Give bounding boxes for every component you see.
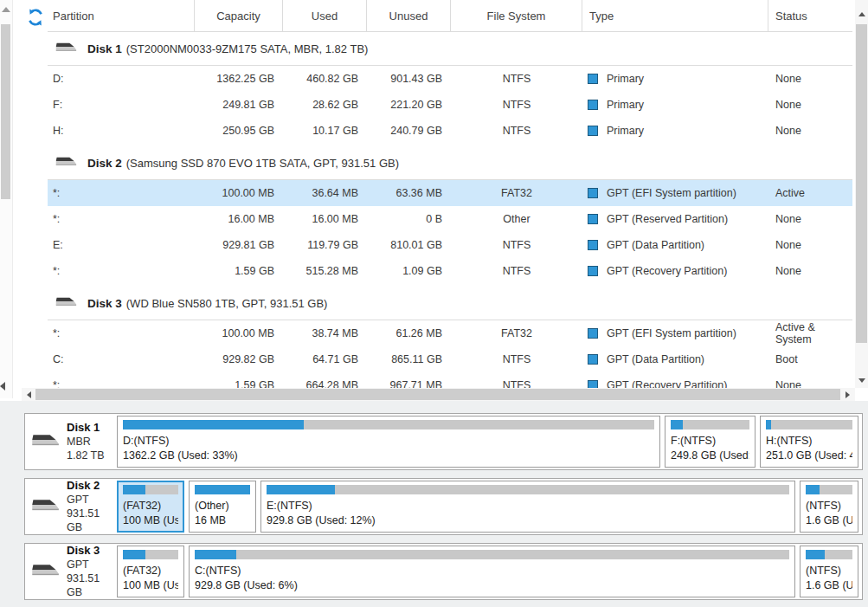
scroll-up-icon[interactable] [2, 7, 10, 12]
partition-block-info: 100 MB (Us [123, 578, 178, 593]
usage-bar-fill [123, 550, 145, 559]
table-vertical-scrollbar[interactable] [855, 0, 868, 388]
disk-map-partition-block[interactable]: (FAT32)100 MB (Us [117, 546, 184, 597]
disk-details: (Samsung SSD 870 EVO 1TB SATA, GPT, 931.… [126, 157, 399, 170]
left-scrollbar-thumb[interactable] [1, 24, 10, 199]
partition-status: None [768, 265, 852, 277]
disk-map-partitions: (FAT32)100 MB (Us(Other)16 MBE:(NTFS)929… [117, 481, 858, 533]
partition-row[interactable]: F:249.81 GB28.62 GB221.20 GBNTFSPrimaryN… [48, 92, 852, 118]
partition-type-icon [588, 126, 598, 136]
column-header-type[interactable]: Type [582, 0, 768, 31]
partition-row[interactable]: *:100.00 MB36.64 MB63.36 MBFAT32GPT (EFI… [48, 180, 852, 206]
usage-bar [123, 485, 178, 494]
partition-row[interactable]: *:100.00 MB38.74 MB61.26 MBFAT32GPT (EFI… [48, 320, 852, 346]
partition-unused: 63.36 MB [367, 187, 451, 199]
partition-used: 460.82 GB [283, 73, 367, 85]
usage-bar [195, 485, 250, 494]
partition-filesystem: FAT32 [451, 327, 582, 339]
partition-unused: 901.43 GB [367, 73, 451, 85]
partition-status: None [768, 239, 852, 251]
partition-letter: *: [48, 213, 195, 225]
scroll-left-icon[interactable] [27, 391, 31, 398]
partition-type-label: GPT (Data Partition) [607, 239, 704, 251]
disk-map-partition-block[interactable]: (NTFS)1.6 GB (Use [800, 546, 858, 597]
refresh-icon [26, 15, 45, 29]
partition-capacity: 16.00 MB [195, 213, 283, 225]
disk-map-partition-block[interactable]: F:(NTFS)249.8 GB (Used: 1 [665, 416, 755, 468]
partition-block-label: C:(NTFS) [195, 564, 789, 578]
partition-used: 38.74 MB [283, 327, 367, 339]
usage-bar-fill [671, 420, 683, 429]
usage-bar-fill [806, 485, 820, 494]
disk-map-size: 931.51 GB [67, 507, 117, 534]
partition-block-label: (NTFS) [806, 564, 852, 578]
horizontal-scrollbar-thumb[interactable] [35, 389, 840, 400]
column-header-partition[interactable]: Partition [48, 0, 195, 31]
partition-type-label: GPT (Recovery Partition) [607, 265, 727, 277]
disk-group-header: Disk 2(Samsung SSD 870 EVO 1TB SATA, GPT… [48, 146, 852, 180]
usage-bar [806, 485, 852, 494]
partition-type-icon [588, 214, 598, 224]
scroll-up-icon[interactable] [858, 12, 865, 16]
partition-block-info: 1.6 GB (Use [806, 513, 852, 528]
partition-letter: *: [48, 327, 195, 339]
disk-map-partition-block[interactable]: (FAT32)100 MB (Us [117, 481, 184, 533]
usage-bar [267, 485, 789, 494]
partition-used: 515.28 MB [283, 265, 367, 277]
disk-map-partitions: (FAT32)100 MB (UsC:(NTFS)929.8 GB (Used:… [117, 546, 858, 597]
partition-filesystem: NTFS [451, 239, 582, 251]
partition-type-label: GPT (EFI System partition) [607, 327, 736, 339]
vertical-scrollbar-thumb[interactable] [856, 24, 867, 343]
partition-type: GPT (Data Partition) [582, 353, 768, 365]
partition-type: Primary [582, 99, 768, 111]
partition-row[interactable]: *:16.00 MB16.00 MB0 BOtherGPT (Reserved … [48, 206, 852, 232]
partition-type-icon [588, 328, 598, 339]
column-header-capacity[interactable]: Capacity [195, 0, 283, 31]
partition-filesystem: FAT32 [451, 187, 582, 199]
refresh-button[interactable] [26, 8, 45, 27]
partition-unused: 0 B [367, 213, 451, 225]
disk-map-partition-block[interactable]: C:(NTFS)929.8 GB (Used: 6%) [189, 546, 795, 597]
disk-map-partition-block[interactable]: (Other)16 MB [189, 481, 256, 533]
partition-row[interactable]: C:929.82 GB64.71 GB865.11 GBNTFSGPT (Dat… [48, 346, 852, 372]
partition-letter: *: [48, 187, 195, 199]
column-header-unused[interactable]: Unused [367, 0, 451, 31]
disk-name: Disk 2 [87, 157, 122, 170]
disk-map-label-text: Disk 1MBR1.82 TB [67, 421, 105, 462]
disk-map-panel: Disk 2GPT931.51 GB(FAT32)100 MB (Us(Othe… [24, 478, 863, 535]
partition-filesystem: Other [451, 213, 582, 225]
partition-used: 64.71 GB [283, 353, 367, 365]
column-header-status[interactable]: Status [768, 0, 852, 31]
disk-map-scheme: GPT [67, 558, 117, 571]
disk-map-partition-block[interactable]: D:(NTFS)1362.2 GB (Used: 33%) [117, 416, 660, 468]
partition-letter: H: [48, 125, 195, 137]
partition-block-label: D:(NTFS) [123, 434, 654, 449]
partition-row[interactable]: E:929.81 GB119.79 GB810.01 GBNTFSGPT (Da… [48, 232, 852, 258]
left-panel-scrollbar[interactable] [0, 0, 13, 398]
scroll-right-icon[interactable] [845, 391, 850, 398]
partition-row[interactable]: *:1.59 GB515.28 MB1.09 GBNTFSGPT (Recove… [48, 258, 852, 284]
disk-map: Disk 1MBR1.82 TBD:(NTFS)1362.2 GB (Used:… [0, 401, 868, 607]
partition-row[interactable]: D:1362.25 GB460.82 GB901.43 GBNTFSPrimar… [48, 66, 852, 92]
disk-map-scheme: MBR [67, 435, 105, 449]
table-horizontal-scrollbar[interactable] [22, 388, 855, 401]
partition-filesystem: NTFS [451, 353, 582, 365]
partition-block-label: (FAT32) [123, 564, 178, 578]
disk-map-size: 931.51 GB [67, 571, 117, 599]
disk-map-partition-block[interactable]: E:(NTFS)929.8 GB (Used: 12%) [260, 481, 795, 533]
usage-bar-fill [195, 550, 236, 559]
column-header-file-system[interactable]: File System [451, 0, 582, 31]
partition-used: 119.79 GB [283, 239, 367, 251]
disk-map-partition-block[interactable]: (NTFS)1.6 GB (Use [800, 481, 858, 533]
disk-map-partition-block[interactable]: H:(NTFS)251.0 GB (Used: 4 [760, 416, 858, 468]
partition-type-label: Primary [607, 73, 644, 85]
partition-status: None [768, 73, 852, 85]
column-header-used[interactable]: Used [283, 0, 367, 31]
scroll-left-icon[interactable] [0, 382, 5, 391]
table-header-row: PartitionCapacityUsedUnusedFile SystemTy… [48, 0, 852, 32]
partition-unused: 240.79 GB [367, 125, 451, 137]
scroll-down-icon[interactable] [858, 378, 865, 383]
partition-used: 28.62 GB [283, 99, 367, 111]
partition-unused: 221.20 GB [367, 99, 451, 111]
partition-row[interactable]: H:250.95 GB10.17 GB240.79 GBNTFSPrimaryN… [48, 118, 852, 144]
